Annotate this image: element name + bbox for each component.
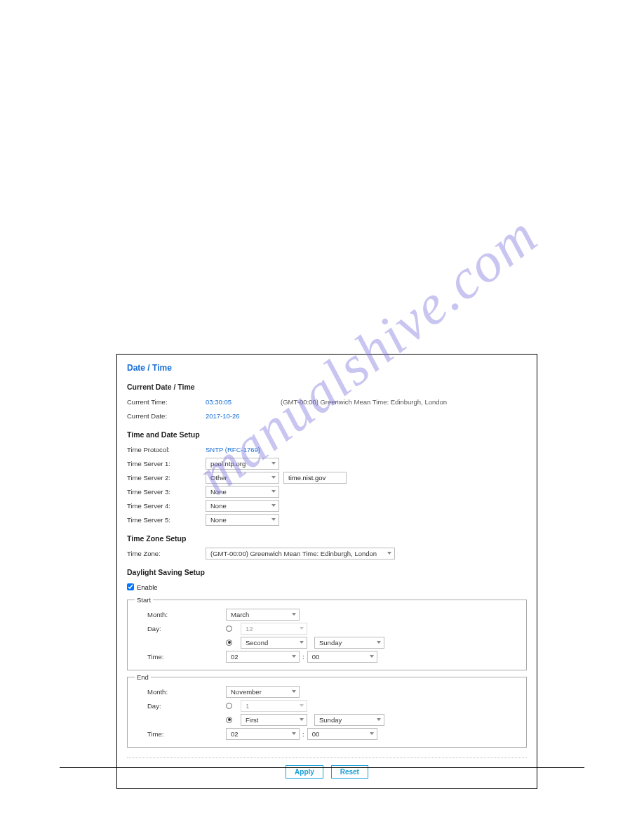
- time-server-5-select[interactable]: None: [206, 514, 279, 526]
- end-daynum-select[interactable]: 1: [241, 700, 307, 712]
- end-month-select[interactable]: November: [226, 686, 300, 698]
- dst-start-group: Start Month: March Day: 12 Second Sunday…: [127, 596, 527, 670]
- time-server-5-label: Time Server 5:: [127, 516, 206, 524]
- chevron-down-icon: [271, 490, 276, 493]
- chevron-down-icon: [292, 655, 296, 658]
- chevron-down-icon: [377, 718, 381, 721]
- chevron-down-icon: [300, 704, 304, 707]
- end-week-select[interactable]: First: [241, 714, 307, 726]
- dst-enable-checkbox[interactable]: [127, 583, 134, 590]
- chevron-down-icon: [271, 518, 276, 521]
- time-server-3-label: Time Server 3:: [127, 488, 206, 496]
- dst-start-legend: Start: [135, 596, 153, 604]
- current-time-value: 03:30:05: [206, 398, 232, 406]
- current-date-value: 2017-10-26: [206, 412, 240, 420]
- start-month-select[interactable]: March: [226, 609, 300, 621]
- end-weekday-select[interactable]: Sunday: [314, 714, 384, 726]
- time-separator: :: [302, 730, 304, 738]
- dst-end-legend: End: [135, 673, 151, 681]
- start-hour-select[interactable]: 02: [226, 651, 300, 663]
- start-weekday-select[interactable]: Sunday: [314, 637, 384, 649]
- timezone-select[interactable]: (GMT-00:00) Greenwich Mean Time: Edinbur…: [206, 548, 395, 560]
- chevron-down-icon: [292, 613, 296, 616]
- timezone-label: Time Zone:: [127, 550, 206, 557]
- current-date-label: Current Date:: [127, 412, 206, 420]
- button-row: Apply Reset: [127, 757, 527, 779]
- end-time-label: Time:: [147, 730, 226, 738]
- chevron-down-icon: [300, 718, 304, 721]
- time-server-2-label: Time Server 2:: [127, 474, 206, 482]
- section-dst-setup: Daylight Saving Setup: [127, 568, 527, 576]
- time-server-1-label: Time Server 1:: [127, 460, 206, 468]
- time-server-1-select[interactable]: pool.ntp.org: [206, 458, 279, 470]
- current-timezone-note: (GMT-00:00) Greenwich Mean Time: Edinbur…: [281, 398, 447, 406]
- dst-enable-label: Enable: [137, 583, 158, 591]
- time-server-2-input[interactable]: time.nist.gov: [283, 472, 347, 484]
- end-day-radio-rule[interactable]: [226, 717, 232, 723]
- section-time-date-setup: Time and Date Setup: [127, 430, 527, 439]
- current-time-label: Current Time:: [127, 398, 206, 406]
- section-current-datetime: Current Date / Time: [127, 383, 527, 391]
- end-day-label: Day:: [147, 702, 226, 710]
- chevron-down-icon: [370, 732, 374, 735]
- chevron-down-icon: [377, 641, 381, 644]
- time-protocol-value: SNTP (RFC-1769): [206, 446, 260, 454]
- start-day-radio-rule[interactable]: [226, 640, 232, 646]
- config-panel: Date / Time Current Date / Time Current …: [116, 354, 537, 789]
- end-day-radio-specific[interactable]: [226, 703, 232, 709]
- footer-divider: [60, 767, 584, 768]
- start-daynum-select[interactable]: 12: [241, 623, 307, 635]
- chevron-down-icon: [370, 655, 374, 658]
- chevron-down-icon: [300, 627, 304, 630]
- end-minute-select[interactable]: 00: [307, 728, 377, 740]
- chevron-down-icon: [387, 552, 391, 555]
- end-month-label: Month:: [147, 688, 226, 696]
- page-title: Date / Time: [127, 363, 527, 373]
- end-hour-select[interactable]: 02: [226, 728, 300, 740]
- chevron-down-icon: [292, 690, 296, 693]
- start-day-radio-specific[interactable]: [226, 626, 232, 632]
- start-minute-select[interactable]: 00: [307, 651, 377, 663]
- time-server-4-select[interactable]: None: [206, 500, 279, 512]
- time-server-4-label: Time Server 4:: [127, 502, 206, 510]
- dst-end-group: End Month: November Day: 1 First Sunday …: [127, 673, 527, 748]
- time-server-3-select[interactable]: None: [206, 486, 279, 498]
- chevron-down-icon: [271, 462, 276, 465]
- chevron-down-icon: [271, 476, 276, 479]
- chevron-down-icon: [292, 732, 296, 735]
- start-day-label: Day:: [147, 625, 226, 633]
- time-server-2-select[interactable]: Other: [206, 472, 279, 484]
- chevron-down-icon: [300, 641, 304, 644]
- time-protocol-label: Time Protocol:: [127, 446, 206, 454]
- start-time-label: Time:: [147, 653, 226, 661]
- time-separator: :: [302, 653, 304, 661]
- section-timezone-setup: Time Zone Setup: [127, 534, 527, 543]
- start-week-select[interactable]: Second: [241, 637, 307, 649]
- chevron-down-icon: [271, 504, 276, 507]
- start-month-label: Month:: [147, 611, 226, 618]
